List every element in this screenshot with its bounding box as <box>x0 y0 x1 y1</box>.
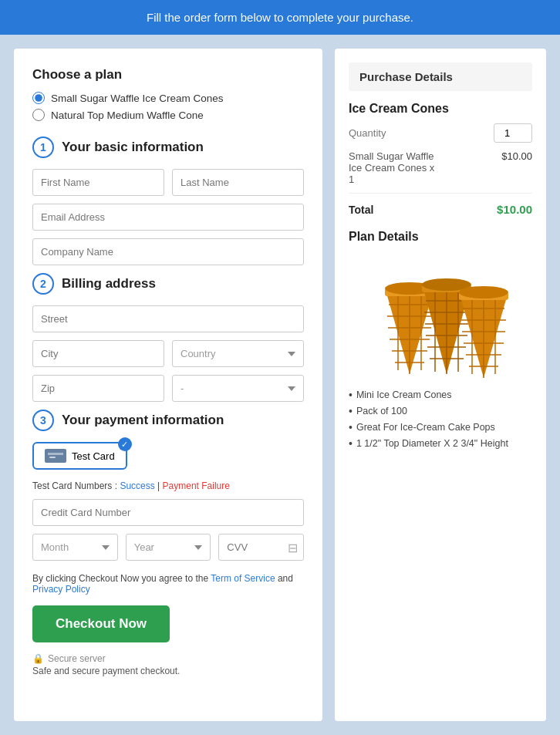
month-select[interactable]: Month 0102 0304 0506 0708 0910 1112 <box>32 534 118 561</box>
checkout-button[interactable]: Checkout Now <box>32 605 170 642</box>
product-name: Ice Cream Cones <box>349 102 532 116</box>
name-row <box>32 169 304 196</box>
plan-details-title: Plan Details <box>349 230 532 244</box>
feature-2: Pack of 100 <box>349 405 532 417</box>
plan-label-1: Small Sugar Waffle Ice Cream Cones <box>51 93 224 104</box>
test-card-label: Test Card <box>72 450 115 462</box>
year-wrap: Year 2024 2025 2026 2027 2028 <box>126 534 211 561</box>
svg-rect-2 <box>49 457 56 458</box>
first-name-input[interactable] <box>32 169 164 196</box>
street-row <box>32 305 304 332</box>
total-amount: $10.00 <box>497 203 532 216</box>
right-panel: Purchase Details Ice Cream Cones Quantit… <box>335 49 546 721</box>
privacy-link[interactable]: Privacy Policy <box>32 584 90 595</box>
safe-note: Safe and secure payment checkout. <box>32 666 304 676</box>
cvv-wrap: ⊟ <box>218 534 304 561</box>
card-method-container: Test Card ✓ <box>32 442 304 470</box>
cc-input[interactable] <box>32 499 304 526</box>
purchase-details-title: Purchase Details <box>349 62 532 91</box>
step2-circle: 2 <box>32 273 54 295</box>
company-row <box>32 238 304 265</box>
total-label: Total <box>349 204 373 216</box>
top-banner: Fill the order form below to complete yo… <box>0 0 560 35</box>
left-panel: Choose a plan Small Sugar Waffle Ice Cre… <box>14 49 322 721</box>
qty-row: Quantity <box>349 123 532 143</box>
qty-input[interactable] <box>494 123 532 143</box>
year-select[interactable]: Year 2024 2025 2026 2027 2028 <box>126 534 211 561</box>
city-country-row: Country United States Canada United King… <box>32 340 304 367</box>
plan-option-2[interactable]: Natural Top Medium Waffle Cone <box>32 109 304 121</box>
zip-input[interactable] <box>32 375 164 402</box>
test-card-info: Test Card Numbers : Success | Payment Fa… <box>32 480 304 491</box>
plan-radio-1[interactable] <box>32 92 45 104</box>
failure-link[interactable]: Payment Failure <box>163 480 230 491</box>
banner-text: Fill the order form below to complete yo… <box>147 11 413 24</box>
svg-rect-0 <box>48 450 63 461</box>
feature-3: Great For Ice-Cream Cake Pops <box>349 421 532 433</box>
price-row: Small Sugar Waffle Ice Cream Cones x 1 $… <box>349 150 532 194</box>
selected-checkmark: ✓ <box>118 437 132 451</box>
step2-label: Billing address <box>62 276 156 292</box>
terms-link[interactable]: Term of Service <box>211 573 275 584</box>
step1-circle: 1 <box>32 137 54 158</box>
expiry-row: Month 0102 0304 0506 0708 0910 1112 Year <box>32 534 304 561</box>
main-content: Choose a plan Small Sugar Waffle Ice Cre… <box>0 35 560 735</box>
month-wrap: Month 0102 0304 0506 0708 0910 1112 <box>32 534 118 561</box>
cvv-icon: ⊟ <box>288 540 298 555</box>
step3-header: 3 Your payment information <box>32 410 304 431</box>
card-icon <box>45 449 66 463</box>
step3-label: Your payment information <box>62 413 224 428</box>
secure-note: 🔒 Secure server <box>32 653 304 664</box>
terms-text: By clicking Checkout Now you agree to th… <box>32 573 304 595</box>
step2-header: 2 Billing address <box>32 273 304 295</box>
price-desc: Small Sugar Waffle Ice Cream Cones x 1 <box>349 150 441 185</box>
last-name-input[interactable] <box>172 169 304 196</box>
street-input[interactable] <box>32 305 304 332</box>
plan-label-2: Natural Top Medium Waffle Cone <box>51 110 204 121</box>
plan-options: Small Sugar Waffle Ice Cream Cones Natur… <box>32 92 304 121</box>
cc-input-row <box>32 499 304 526</box>
total-row: Total $10.00 <box>349 203 532 216</box>
test-card-method[interactable]: Test Card ✓ <box>32 442 127 470</box>
zip-state-row: - AL CA NY <box>32 375 304 402</box>
company-input[interactable] <box>32 238 304 265</box>
plan-option-1[interactable]: Small Sugar Waffle Ice Cream Cones <box>32 92 304 104</box>
secure-label: Secure server <box>48 653 106 664</box>
qty-label: Quantity <box>349 127 386 139</box>
price-amount: $10.00 <box>501 150 532 162</box>
ice-cream-image <box>349 255 532 378</box>
page-wrapper: Fill the order form below to complete yo… <box>0 0 560 735</box>
lock-icon: 🔒 <box>32 653 44 664</box>
city-input[interactable] <box>32 340 164 367</box>
payment-section: Test Card ✓ Test Card Numbers : Success … <box>32 442 304 561</box>
success-link[interactable]: Success <box>120 480 154 491</box>
state-select[interactable]: - AL CA NY <box>172 375 304 402</box>
plan-features: Mini Ice Cream Cones Pack of 100 Great F… <box>349 389 532 450</box>
country-select[interactable]: Country United States Canada United King… <box>172 340 304 367</box>
choose-plan-title: Choose a plan <box>32 67 304 83</box>
step3-circle: 3 <box>32 410 54 431</box>
svg-point-38 <box>459 286 508 298</box>
feature-4: 1 1/2" Top Diameter X 2 3/4" Height <box>349 437 532 450</box>
step1-label: Your basic information <box>62 140 204 155</box>
step1-header: 1 Your basic information <box>32 137 304 158</box>
feature-1: Mini Ice Cream Cones <box>349 389 532 401</box>
svg-rect-1 <box>48 453 63 455</box>
email-input[interactable] <box>32 204 304 231</box>
email-row <box>32 204 304 231</box>
plan-radio-2[interactable] <box>32 109 45 121</box>
